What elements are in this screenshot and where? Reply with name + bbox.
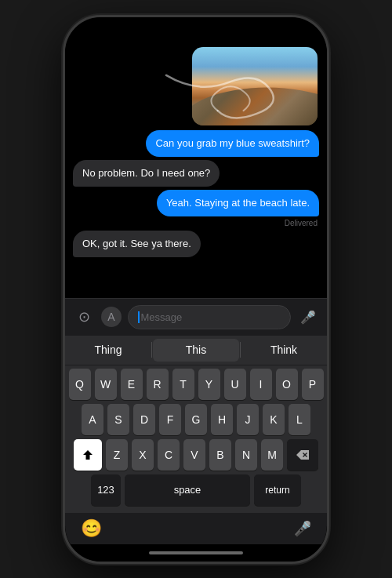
key-y[interactable]: Y <box>198 369 220 400</box>
key-k[interactable]: K <box>263 404 285 435</box>
message-bubble-4: OK, got it. See ya there. <box>73 231 201 257</box>
keyboard: Thing This Think Q W E R T Y U I O <box>65 336 327 513</box>
key-c[interactable]: C <box>158 439 180 471</box>
key-t[interactable]: T <box>172 369 194 400</box>
return-key[interactable]: return <box>254 474 301 506</box>
message-input[interactable]: Message <box>128 305 291 329</box>
key-l[interactable]: L <box>289 404 310 435</box>
microphone-icon[interactable]: 🎤 <box>297 306 319 328</box>
autocorrect-think[interactable]: Think <box>241 339 327 362</box>
numbers-key[interactable]: 123 <box>91 474 121 506</box>
key-d[interactable]: D <box>133 404 155 435</box>
key-v[interactable]: V <box>183 439 205 471</box>
message-bubble-2: No problem. Do I need one? <box>73 160 220 187</box>
apps-icon[interactable]: A <box>101 307 122 327</box>
key-w[interactable]: W <box>95 369 117 400</box>
home-pill <box>149 551 243 554</box>
key-g[interactable]: G <box>185 404 207 435</box>
message-bubble-3: Yeah. Staying at the beach late. <box>157 190 319 216</box>
key-s[interactable]: S <box>107 404 129 435</box>
home-indicator-bar <box>65 544 327 562</box>
key-h[interactable]: H <box>211 404 233 435</box>
key-r[interactable]: R <box>147 369 169 400</box>
backspace-key[interactable] <box>287 439 318 471</box>
message-row: No problem. Do I need one? <box>65 158 327 188</box>
keyboard-row-2: A S D F G H J K L <box>67 404 325 435</box>
camera-icon[interactable]: ⊙ <box>73 306 95 328</box>
key-q[interactable]: Q <box>69 369 91 400</box>
phone-screen: Can you grab my blue sweatshirt? No prob… <box>65 17 327 562</box>
input-bar: ⊙ A Message 🎤 <box>65 298 327 336</box>
emoji-button[interactable]: 😊 <box>81 518 102 539</box>
bottom-bar: 😊 🎤 <box>65 513 327 544</box>
autocorrect-this[interactable]: This <box>153 339 239 362</box>
key-b[interactable]: B <box>209 439 231 471</box>
key-o[interactable]: O <box>276 369 298 400</box>
key-n[interactable]: N <box>235 439 257 471</box>
keyboard-row-1: Q W E R T Y U I O P <box>67 369 325 400</box>
key-i[interactable]: I <box>250 369 272 400</box>
input-placeholder: Message <box>141 311 183 323</box>
autocorrect-bar: Thing This Think <box>65 336 327 365</box>
landscape-image <box>192 47 318 125</box>
key-a[interactable]: A <box>82 404 103 435</box>
shift-key[interactable] <box>74 439 102 471</box>
key-f[interactable]: F <box>159 404 181 435</box>
key-u[interactable]: U <box>224 369 246 400</box>
keyboard-row-4: 123 space return <box>67 474 325 506</box>
space-key[interactable]: space <box>125 474 250 506</box>
messages-area: Can you grab my blue sweatshirt? No prob… <box>65 17 327 298</box>
message-row: Can you grab my blue sweatshirt? <box>65 129 327 158</box>
delivered-label: Delivered <box>65 219 327 227</box>
message-row: OK, got it. See ya there. <box>65 229 327 259</box>
key-m[interactable]: M <box>261 439 283 471</box>
autocorrect-thing[interactable]: Thing <box>65 339 151 362</box>
key-j[interactable]: J <box>237 404 259 435</box>
key-z[interactable]: Z <box>106 439 128 471</box>
photo-bubble[interactable] <box>192 47 318 125</box>
autocorrect-divider <box>151 342 152 358</box>
phone-frame: Can you grab my blue sweatshirt? No prob… <box>63 15 329 564</box>
message-bubble-1: Can you grab my blue sweatshirt? <box>146 130 319 157</box>
bottom-mic-button[interactable]: 🎤 <box>294 520 311 537</box>
key-x[interactable]: X <box>132 439 154 471</box>
notch <box>145 17 247 39</box>
message-row: Yeah. Staying at the beach late. <box>65 188 327 218</box>
key-e[interactable]: E <box>121 369 143 400</box>
key-rows: Q W E R T Y U I O P A S D F G <box>65 365 327 506</box>
photo-message-container <box>65 41 327 129</box>
key-p[interactable]: P <box>302 369 324 400</box>
text-cursor <box>138 311 140 323</box>
keyboard-row-3: Z X C V B N M <box>67 439 325 471</box>
